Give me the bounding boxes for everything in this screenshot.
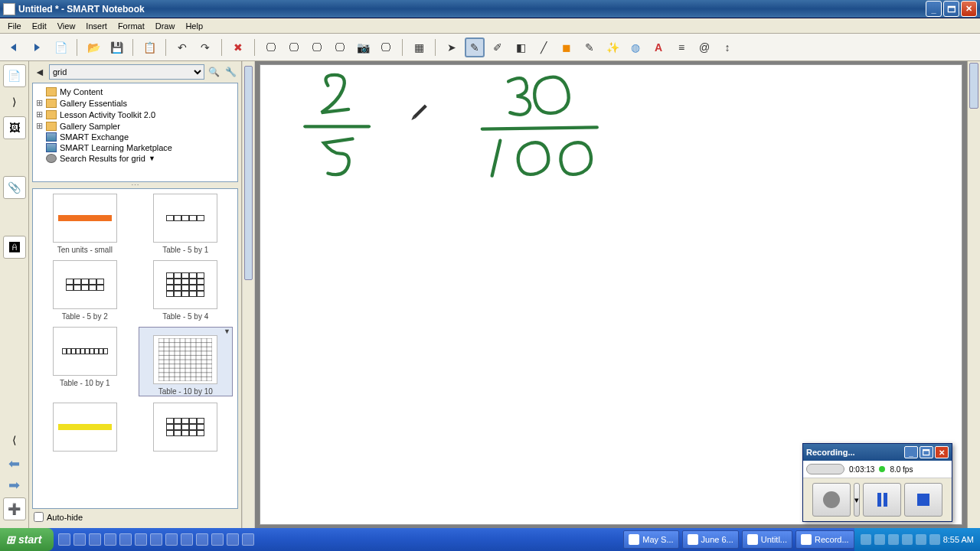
taskbar-item[interactable]: June 6... — [682, 530, 739, 549]
add-slide-button[interactable]: ➕ — [3, 497, 26, 520]
search-button[interactable]: 🔍 — [206, 64, 221, 80]
ql-icon[interactable] — [227, 533, 239, 546]
text-button[interactable]: A — [648, 37, 668, 57]
dual-page-button[interactable]: 🖵 — [330, 37, 350, 57]
select-button[interactable]: ➤ — [442, 37, 462, 57]
canvas-scrollbar[interactable] — [967, 61, 980, 528]
recording-close-button[interactable]: ✕ — [935, 446, 949, 458]
autohide-checkbox[interactable] — [34, 512, 44, 522]
tray-icon[interactable] — [916, 534, 926, 545]
gallery-item[interactable]: Table - 10 by 1 — [38, 327, 132, 396]
delete-button[interactable]: ✖ — [228, 37, 248, 57]
recording-titlebar[interactable]: Recording... _ 🗖 ✕ — [803, 444, 952, 461]
move-toolbar-button[interactable]: ↕ — [717, 37, 737, 57]
menu-file[interactable]: File — [3, 20, 26, 32]
tab-page-sorter[interactable]: 📄 — [3, 64, 26, 87]
eraser-button[interactable]: ◧ — [511, 37, 531, 57]
shape-recognition-button[interactable]: ✎ — [580, 37, 599, 57]
ql-icon[interactable] — [135, 533, 147, 546]
pause-button[interactable] — [863, 483, 901, 517]
search-input[interactable]: grid — [49, 64, 204, 80]
add-page-button[interactable]: 📄 — [51, 37, 70, 57]
gallery-item[interactable]: Table - 5 by 4 — [139, 260, 234, 321]
tab-properties[interactable]: 🅰 — [3, 236, 26, 259]
start-button[interactable]: ⊞ start — [0, 528, 54, 551]
panel-splitter[interactable]: ⋯ — [32, 182, 238, 188]
ql-icon[interactable] — [74, 533, 86, 546]
tab-collapse[interactable]: ⟩ — [3, 90, 26, 113]
paste-button[interactable]: 📋 — [139, 37, 159, 57]
ql-icon[interactable] — [119, 533, 132, 546]
tree-label[interactable]: My Content — [60, 87, 103, 96]
redo-button[interactable]: ↷ — [195, 37, 215, 57]
tray-icon[interactable] — [902, 534, 913, 545]
full-screen-button[interactable]: 🖵 — [284, 37, 304, 57]
table-button[interactable]: ▦ — [409, 37, 429, 57]
gallery-tree[interactable]: My Content ⊞Gallery Essentials ⊞Lesson A… — [32, 83, 238, 182]
recording-window[interactable]: Recording... _ 🗖 ✕ 0:03:13 8.0 fps ▾ — [802, 443, 952, 522]
line-button[interactable]: ╱ — [534, 37, 554, 57]
gallery-item[interactable] — [139, 403, 234, 455]
tree-label[interactable]: Lesson Activity Toolkit 2.0 — [60, 110, 155, 119]
stop-button[interactable] — [904, 483, 942, 517]
next-page-button[interactable] — [28, 37, 47, 57]
slide-collapse[interactable]: ⟨ — [3, 429, 26, 452]
properties-button[interactable]: ≡ — [671, 37, 691, 57]
minimize-button[interactable]: _ — [926, 1, 942, 17]
recording-minimize-button[interactable]: _ — [904, 446, 918, 458]
ql-icon[interactable] — [104, 533, 116, 546]
transparent-bg-button[interactable]: 🖵 — [307, 37, 327, 57]
document-camera-button[interactable]: 🖵 — [376, 37, 396, 57]
tree-label[interactable]: Gallery Sampler — [60, 122, 120, 131]
menu-view[interactable]: View — [53, 20, 80, 32]
clock[interactable]: 8:55 AM — [943, 535, 974, 544]
shape-button[interactable]: ◼ — [557, 37, 577, 57]
ql-icon[interactable] — [181, 533, 193, 546]
creative-pen-button[interactable]: ✐ — [488, 37, 508, 57]
gallery-item[interactable]: Table - 5 by 1 — [139, 194, 234, 254]
screen-shade-button[interactable]: 🖵 — [261, 37, 281, 57]
ql-icon[interactable] — [89, 533, 101, 546]
magic-pen-button[interactable]: ✨ — [603, 37, 622, 57]
record-menu-button[interactable]: ▾ — [854, 483, 860, 517]
prev-page-button[interactable] — [5, 37, 24, 57]
taskbar-item[interactable]: Record... — [795, 530, 854, 549]
ql-icon[interactable] — [242, 533, 254, 546]
menu-edit[interactable]: Edit — [28, 20, 51, 32]
gallery-item[interactable]: Table - 5 by 2 — [38, 260, 132, 321]
open-button[interactable]: 📂 — [83, 37, 103, 57]
tree-label[interactable]: SMART Learning Marketplace — [60, 143, 172, 152]
ql-icon[interactable] — [211, 533, 224, 546]
panel-scrollbar[interactable] — [242, 61, 255, 528]
tree-label[interactable]: Gallery Essentials — [60, 99, 127, 108]
gallery-item[interactable]: ▼ Table - 10 by 10 — [139, 327, 234, 396]
tree-label[interactable]: SMART Exchange — [60, 132, 129, 142]
taskbar-item[interactable]: Untitl... — [742, 530, 792, 549]
ql-icon[interactable] — [58, 533, 70, 546]
menu-format[interactable]: Format — [113, 20, 149, 32]
dropdown-icon[interactable]: ▼ — [139, 328, 233, 335]
tray-icon[interactable] — [888, 534, 899, 545]
fill-button[interactable]: ◍ — [626, 37, 645, 57]
recording-maximize-button[interactable]: 🗖 — [920, 446, 933, 458]
tray-icon[interactable] — [929, 534, 940, 545]
maximize-button[interactable]: 🗖 — [943, 1, 959, 17]
close-button[interactable]: ✕ — [961, 1, 977, 17]
taskbar-item[interactable]: May S... — [623, 530, 678, 549]
search-back-button[interactable]: ◄ — [32, 64, 47, 80]
pen-button[interactable]: ✎ — [465, 37, 485, 57]
save-button[interactable]: 💾 — [106, 37, 126, 57]
gallery-results[interactable]: Ten units - small Table - 5 by 1 Table -… — [32, 188, 238, 509]
tray-icon[interactable] — [861, 534, 871, 545]
ql-icon[interactable] — [165, 533, 178, 546]
tray-icon[interactable] — [874, 534, 885, 545]
prev-slide-arrow[interactable]: ⬅ — [8, 455, 20, 472]
capture-button[interactable]: 📷 — [353, 37, 373, 57]
record-button[interactable] — [812, 483, 851, 517]
menu-draw[interactable]: Draw — [151, 20, 180, 32]
next-slide-arrow[interactable]: ➡ — [8, 477, 20, 494]
tree-label[interactable]: Search Results for grid — [60, 154, 145, 163]
tab-attachments[interactable]: 📎 — [3, 176, 26, 199]
measurement-button[interactable]: @ — [694, 37, 714, 57]
ql-icon[interactable] — [150, 533, 162, 546]
